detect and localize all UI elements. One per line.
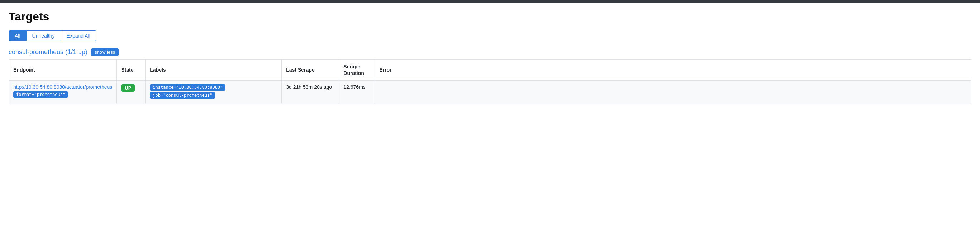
col-header-scrape-duration: Scrape Duration: [339, 60, 375, 81]
filter-bar: All Unhealthy Expand All: [9, 30, 971, 41]
col-header-state: State: [117, 60, 146, 81]
col-header-endpoint: Endpoint: [9, 60, 117, 81]
content-area: Targets All Unhealthy Expand All consul-…: [0, 3, 980, 111]
last-scrape-value: 3d 21h 53m 20s ago: [286, 84, 332, 90]
table-header-row: Endpoint State Labels Last Scrape Scrape…: [9, 60, 971, 81]
cell-error: [375, 80, 971, 104]
col-header-error: Error: [375, 60, 971, 81]
endpoint-format-badge: format="prometheus": [13, 91, 68, 98]
cell-labels: instance="10.30.54.80:8080" job="consul-…: [146, 80, 282, 104]
state-badge-up: UP: [121, 84, 135, 92]
filter-all-button[interactable]: All: [9, 30, 27, 41]
scrape-duration-value: 12.676ms: [344, 84, 365, 90]
col-header-last-scrape: Last Scrape: [282, 60, 339, 81]
targets-table: Endpoint State Labels Last Scrape Scrape…: [9, 59, 971, 104]
section-header: consul-prometheus (1/1 up) show less: [9, 48, 971, 56]
table-row: http://10.30.54.80:8080/actuator/prometh…: [9, 80, 971, 104]
cell-endpoint: http://10.30.54.80:8080/actuator/prometh…: [9, 80, 117, 104]
label-instance: instance="10.30.54.80:8080": [150, 84, 226, 91]
section-title[interactable]: consul-prometheus (1/1 up): [9, 48, 88, 56]
show-less-button[interactable]: show less: [91, 48, 119, 56]
filter-unhealthy-button[interactable]: Unhealthy: [27, 30, 61, 41]
cell-last-scrape: 3d 21h 53m 20s ago: [282, 80, 339, 104]
filter-expand-all-button[interactable]: Expand All: [61, 30, 96, 41]
page-title: Targets: [9, 10, 971, 23]
col-header-labels: Labels: [146, 60, 282, 81]
cell-state: UP: [117, 80, 146, 104]
label-job: job="consul-prometheus": [150, 92, 215, 99]
cell-scrape-duration: 12.676ms: [339, 80, 375, 104]
endpoint-link[interactable]: http://10.30.54.80:8080/actuator/prometh…: [13, 84, 112, 90]
top-bar: [0, 0, 980, 3]
